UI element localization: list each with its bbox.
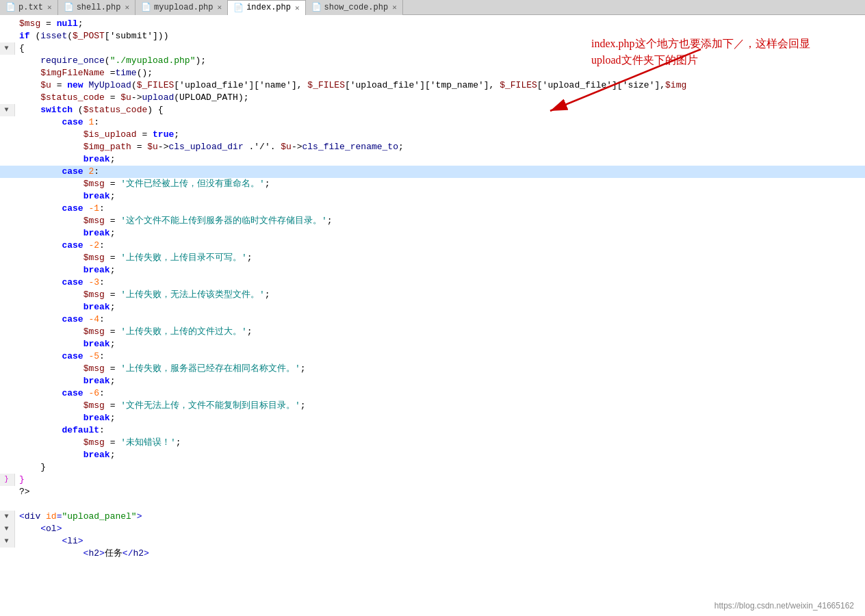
line-content-20: $msg = '上传失败，上传目录不可写。'; xyxy=(15,252,865,264)
tab-myupload-php-icon: 📄 xyxy=(141,2,151,12)
line-content-1: $msg = null; xyxy=(15,18,865,30)
line-content-44: <h2>任务</h2> xyxy=(15,548,865,560)
code-area: index.php这个地方也要添加下／，这样会回显 upload文件夹下的图片 … xyxy=(0,15,865,616)
line-content-24: break; xyxy=(15,301,865,313)
line-content-22: case -3: xyxy=(15,277,865,289)
tab-p-txt-icon: 📄 xyxy=(5,2,16,12)
code-line-10: $is_upload = true; xyxy=(0,129,865,141)
code-line-38: } } xyxy=(0,474,865,486)
code-line-42: ▼ <ol> xyxy=(0,523,865,535)
code-line-40 xyxy=(0,498,865,511)
code-line-31: case -6: xyxy=(0,387,865,400)
tab-p-txt-close[interactable]: ✕ xyxy=(47,3,52,12)
tab-shell-php-close[interactable]: ✕ xyxy=(125,3,129,12)
code-line-25: case -4: xyxy=(0,313,865,326)
code-line-36: break; xyxy=(0,449,865,461)
code-line-39: ?> xyxy=(0,486,865,498)
line-content-10: $is_upload = true; xyxy=(15,129,865,141)
code-line-20: $msg = '上传失败，上传目录不可写。'; xyxy=(0,252,865,264)
line-content-6: $u = new MyUpload($_FILES['upload_file']… xyxy=(15,79,865,92)
code-line-30: break; xyxy=(0,375,865,387)
code-line-5: $imgFileName =time(); xyxy=(0,67,865,79)
code-line-22: case -3: xyxy=(0,277,865,289)
line-content-37: } xyxy=(15,461,865,474)
code-line-17: $msg = '这个文件不能上传到服务器的临时文件存储目录。'; xyxy=(0,215,865,227)
line-content-7: $status_code = $u->upload(UPLOAD_PATH); xyxy=(15,92,865,104)
line-content-42: <ol> xyxy=(15,523,865,535)
tab-shell-php[interactable]: 📄 shell.php ✕ xyxy=(58,0,135,15)
line-content-43: <li> xyxy=(15,535,865,548)
code-line-34: default: xyxy=(0,424,865,437)
line-content-39: ?> xyxy=(15,486,865,498)
tab-show-code-php-label: show_code.php xyxy=(324,3,389,12)
code-line-8: ▼ switch ($status_code) { xyxy=(0,104,865,116)
code-line-44: <h2>任务</h2> xyxy=(0,548,865,560)
tab-index-php-label: index.php xyxy=(246,3,291,12)
line-content-35: $msg = '未知错误！'; xyxy=(15,437,865,449)
line-content-13: case 2: xyxy=(15,166,865,178)
code-line-43: ▼ <li> xyxy=(0,535,865,548)
line-content-34: default: xyxy=(15,424,865,437)
tab-show-code-php[interactable]: 📄 show_code.php ✕ xyxy=(306,0,403,15)
code-line-12: break; xyxy=(0,153,865,166)
line-content-28: case -5: xyxy=(15,350,865,363)
tab-index-php-icon: 📄 xyxy=(233,3,244,13)
tab-show-code-php-close[interactable]: ✕ xyxy=(392,3,397,12)
tab-myupload-php-label: myupload.php xyxy=(154,3,213,12)
line-content-33: break; xyxy=(15,412,865,424)
line-content-18: break; xyxy=(15,227,865,240)
line-content-40 xyxy=(15,498,865,511)
tab-show-code-php-icon: 📄 xyxy=(311,2,322,12)
code-line-6: $u = new MyUpload($_FILES['upload_file']… xyxy=(0,79,865,92)
line-content-29: $msg = '上传失败，服务器已经存在相同名称文件。'; xyxy=(15,363,865,375)
line-content-26: $msg = '上传失败，上传的文件过大。'; xyxy=(15,326,865,338)
tab-index-php-close[interactable]: ✕ xyxy=(295,3,300,12)
tab-bar: 📄 p.txt ✕ 📄 shell.php ✕ 📄 myupload.php ✕… xyxy=(0,0,865,15)
tab-p-txt[interactable]: 📄 p.txt ✕ xyxy=(0,0,58,15)
line-content-11: $img_path = $u->cls_upload_dir .'/'. $u-… xyxy=(15,141,865,153)
code-line-29: $msg = '上传失败，服务器已经存在相同名称文件。'; xyxy=(0,363,865,375)
code-line-28: case -5: xyxy=(0,350,865,363)
code-line-19: case -2: xyxy=(0,240,865,252)
code-line-41: ▼ <div id="upload_panel"> xyxy=(0,511,865,523)
tab-myupload-php-close[interactable]: ✕ xyxy=(218,3,222,12)
gutter-38: } xyxy=(0,474,15,486)
code-content: $msg = null; if (isset($_POST['submit'])… xyxy=(0,15,865,560)
line-content-31: case -6: xyxy=(15,387,865,400)
code-line-24: break; xyxy=(0,301,865,313)
code-line-13: case 2: xyxy=(0,166,865,178)
code-line-7: $status_code = $u->upload(UPLOAD_PATH); xyxy=(0,92,865,104)
code-line-9: case 1: xyxy=(0,116,865,129)
code-line-27: break; xyxy=(0,338,865,350)
line-content-9: case 1: xyxy=(15,116,865,129)
code-line-37: } xyxy=(0,461,865,474)
annotation: index.php这个地方也要添加下／，这样会回显 upload文件夹下的图片 xyxy=(591,36,851,68)
tab-shell-php-label: shell.php xyxy=(77,3,121,12)
gutter-41: ▼ xyxy=(0,511,15,523)
line-content-25: case -4: xyxy=(15,313,865,326)
code-line-21: break; xyxy=(0,264,865,277)
tab-index-php[interactable]: 📄 index.php ✕ xyxy=(228,0,305,15)
code-line-18: break; xyxy=(0,227,865,240)
line-content-27: break; xyxy=(15,338,865,350)
code-line-35: $msg = '未知错误！'; xyxy=(0,437,865,449)
code-line-16: case -1: xyxy=(0,203,865,215)
gutter-3: ▼ xyxy=(0,42,15,55)
tab-shell-php-icon: 📄 xyxy=(64,2,74,12)
line-content-15: break; xyxy=(15,190,865,203)
line-content-12: break; xyxy=(15,153,865,166)
code-line-32: $msg = '文件无法上传，文件不能复制到目标目录。'; xyxy=(0,400,865,412)
gutter-42: ▼ xyxy=(0,523,15,535)
line-content-23: $msg = '上传失败，无法上传该类型文件。'; xyxy=(15,289,865,301)
line-content-14: $msg = '文件已经被上传，但没有重命名。'; xyxy=(15,178,865,190)
line-content-8: switch ($status_code) { xyxy=(15,104,865,116)
code-line-1: $msg = null; xyxy=(0,18,865,30)
tab-myupload-php[interactable]: 📄 myupload.php ✕ xyxy=(135,0,228,15)
line-content-5: $imgFileName =time(); xyxy=(15,67,865,79)
tab-p-txt-label: p.txt xyxy=(18,3,43,12)
gutter-43: ▼ xyxy=(0,535,15,548)
line-content-36: break; xyxy=(15,449,865,461)
gutter-8: ▼ xyxy=(0,104,15,116)
annotation-text: index.php这个地方也要添加下／，这样会回显 upload文件夹下的图片 xyxy=(591,36,851,68)
code-line-33: break; xyxy=(0,412,865,424)
